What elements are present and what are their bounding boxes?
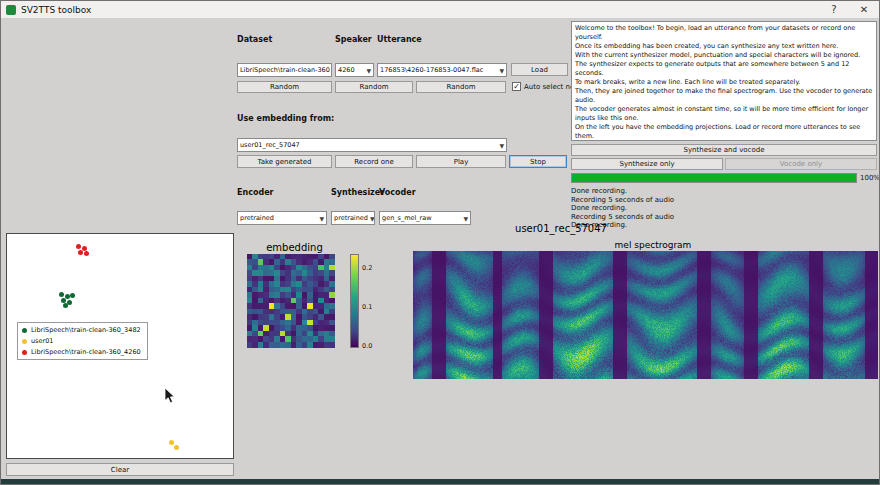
- encoder-combo-value: pretrained: [240, 214, 274, 222]
- main-content: Dataset Speaker Utterance LibriSpeech\tr…: [1, 19, 879, 484]
- use-embedding-label: Use embedding from:: [237, 114, 334, 123]
- projection-legend: LibriSpeech\train-clean-360_3482user01Li…: [17, 322, 148, 360]
- legend-dot-icon: [22, 339, 27, 344]
- scatter-point: [70, 293, 75, 298]
- colorbar-tick: 0.0: [362, 342, 372, 350]
- encoder-combo[interactable]: pretrained ▼: [237, 211, 327, 225]
- chevron-down-icon: ▼: [461, 215, 468, 222]
- stop-button[interactable]: Stop: [509, 155, 567, 168]
- speaker-combo[interactable]: 4260 ▼: [335, 63, 374, 77]
- legend-dot-icon: [22, 350, 27, 355]
- chevron-down-icon: ▼: [497, 142, 504, 149]
- chevron-down-icon: ▼: [497, 67, 504, 74]
- dataset-label: Dataset: [237, 35, 272, 44]
- record-one-button[interactable]: Record one: [335, 155, 413, 168]
- colorbar-tick: 0.1: [362, 303, 372, 311]
- synthesizer-label: Synthesizer: [331, 188, 384, 197]
- synthesizer-combo-value: pretrained: [334, 214, 368, 222]
- app-icon: [6, 5, 16, 15]
- spectrogram-suptitle: user01_rec_57047: [481, 223, 641, 234]
- window-title: SV2TTS toolbox: [21, 5, 91, 15]
- random-speaker-button[interactable]: Random: [335, 81, 413, 93]
- take-generated-button[interactable]: Take generated: [237, 155, 332, 168]
- legend-label: LibriSpeech\train-clean-360_3482: [31, 326, 141, 334]
- embedding-heatmap-canvas: [247, 254, 335, 348]
- legend-item: LibriSpeech\train-clean-360_3482: [22, 326, 141, 334]
- dataset-combo[interactable]: LibriSpeech\train-clean-360 ▼: [237, 63, 332, 77]
- mel-spectrogram-title: mel spectrogram: [593, 240, 713, 250]
- speaker-label: Speaker: [335, 35, 372, 44]
- text-prompt-area[interactable]: Welcome to the toolbox! To begin, load a…: [571, 21, 877, 141]
- legend-item: user01: [22, 337, 141, 345]
- encoder-label: Encoder: [237, 188, 274, 197]
- scatter-point: [174, 445, 179, 450]
- scatter-point: [84, 251, 89, 256]
- vocoder-label: Vocoder: [379, 188, 416, 197]
- chevron-down-icon: ▼: [317, 215, 324, 222]
- utterance-combo[interactable]: 176853\4260-176853-0047.flac ▼: [377, 63, 507, 77]
- vocode-only-button[interactable]: Vocode only: [725, 158, 877, 170]
- progress-fill: [572, 174, 856, 182]
- chevron-down-icon: ▼: [330, 67, 332, 74]
- scatter-point: [63, 303, 68, 308]
- embedding-chart-title: embedding: [247, 242, 342, 253]
- synthesize-only-button[interactable]: Synthesize only: [571, 158, 723, 170]
- auto-select-checkbox[interactable]: ✓: [512, 82, 521, 91]
- help-button[interactable]: ?: [819, 1, 849, 18]
- synthesizer-combo[interactable]: pretrained ▼: [331, 211, 375, 225]
- load-button[interactable]: Load: [511, 63, 568, 76]
- titlebar: SV2TTS toolbox ? ✕: [1, 1, 879, 19]
- random-utterance-button[interactable]: Random: [416, 81, 506, 93]
- app-window: SV2TTS toolbox ? ✕ Dataset Speaker Utter…: [0, 0, 880, 485]
- random-dataset-button[interactable]: Random: [237, 81, 332, 93]
- speaker-combo-value: 4260: [338, 66, 355, 74]
- colorbar-tick: 0.2: [362, 264, 372, 272]
- utterance-combo-value: 176853\4260-176853-0047.flac: [380, 66, 483, 74]
- vocoder-combo[interactable]: gen_s_mel_raw ▼: [379, 211, 471, 225]
- legend-item: LibriSpeech\train-clean-360_4260: [22, 348, 141, 356]
- clear-button[interactable]: Clear: [6, 463, 234, 476]
- colorbar: [350, 254, 359, 348]
- scatter-point: [78, 250, 83, 255]
- scatter-point: [169, 440, 174, 445]
- scatter-point: [76, 244, 81, 249]
- close-button[interactable]: ✕: [849, 1, 879, 18]
- embedding-source-combo[interactable]: user01_rec_57047 ▼: [237, 138, 507, 152]
- mel-spectrogram-canvas: [413, 251, 878, 379]
- legend-label: user01: [31, 337, 53, 345]
- synthesize-and-vocode-button[interactable]: Synthesize and vocode: [571, 144, 877, 156]
- utterance-label: Utterance: [377, 35, 422, 44]
- legend-dot-icon: [22, 328, 27, 333]
- play-button[interactable]: Play: [416, 155, 506, 168]
- legend-label: LibriSpeech\train-clean-360_4260: [31, 348, 141, 356]
- dataset-combo-value: LibriSpeech\train-clean-360: [240, 66, 330, 74]
- progress-label: 100%: [860, 174, 880, 182]
- embedding-source-value: user01_rec_57047: [240, 141, 300, 149]
- umap-projection-plot: LibriSpeech\train-clean-360_3482user01Li…: [6, 233, 234, 459]
- chevron-down-icon: ▼: [364, 67, 371, 74]
- chevron-down-icon: ▼: [368, 215, 375, 222]
- bottom-strip: [1, 479, 879, 484]
- progress-bar: [571, 173, 857, 183]
- scatter-point: [59, 292, 64, 297]
- vocoder-combo-value: gen_s_mel_raw: [382, 214, 432, 222]
